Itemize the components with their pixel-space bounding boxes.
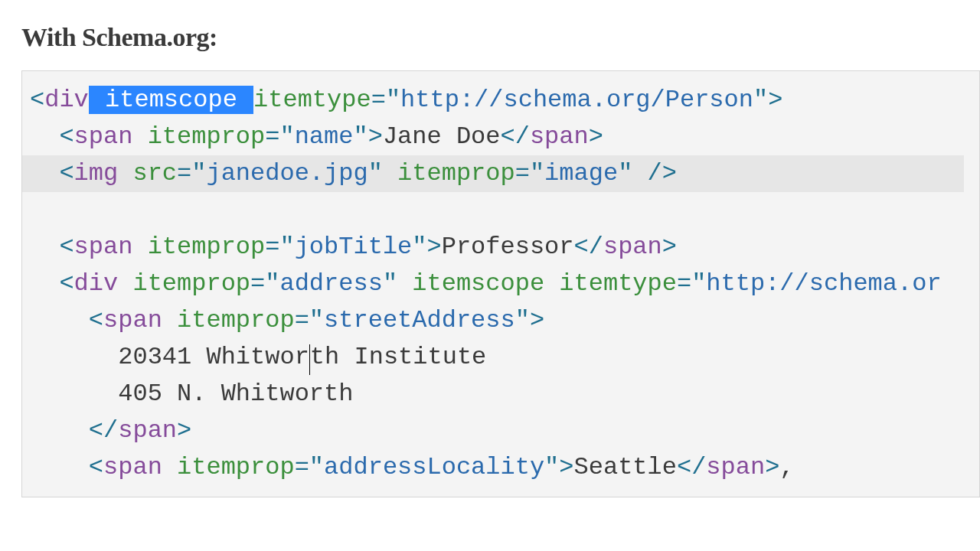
space [132, 233, 147, 261]
code-line-5[interactable]: <span itemprop="jobTitle">Professor</spa… [30, 233, 677, 261]
indent [30, 269, 59, 298]
space [118, 159, 132, 187]
tag: div [44, 86, 89, 114]
tag: span [530, 122, 589, 151]
attr: itemtype [559, 269, 677, 298]
punct: " [383, 269, 397, 298]
punct: =" [265, 122, 294, 151]
indent [30, 122, 59, 151]
attr: itemprop [397, 159, 515, 187]
punct: " [353, 122, 368, 151]
bracket: > [559, 453, 573, 481]
tag: img [74, 159, 119, 187]
bracket: > [589, 122, 603, 151]
bracket: > [662, 233, 677, 261]
bracket: </ [677, 453, 706, 481]
bracket: < [59, 122, 74, 151]
space [397, 269, 412, 298]
indent [30, 343, 118, 371]
text: , [779, 453, 794, 481]
tag: span [103, 306, 162, 334]
attr: itemprop [132, 269, 250, 298]
attr: itemprop [148, 122, 266, 151]
punct: " [368, 159, 383, 187]
attr: itemscope [412, 269, 544, 298]
punct: =" [295, 453, 324, 481]
value: name [295, 122, 354, 151]
value: janedoe.jpg [206, 159, 368, 187]
code-line-3-highlighted[interactable]: <img src="janedoe.jpg" itemprop="image" … [22, 155, 964, 192]
value: address [279, 269, 382, 298]
attr: itemprop [148, 233, 266, 261]
bracket: < [89, 306, 103, 334]
punct: =" [295, 306, 324, 334]
indent [30, 233, 59, 261]
bracket: < [59, 159, 74, 187]
space [383, 159, 397, 187]
bracket: > [530, 306, 544, 334]
value: streetAddress [324, 306, 515, 334]
punct: =" [265, 233, 294, 261]
code-block[interactable]: <div itemscope itemtype="http://schema.o… [21, 70, 980, 497]
text-cursor[interactable]: r [295, 343, 310, 371]
code-line-7[interactable]: <span itemprop="streetAddress"> [30, 306, 544, 334]
tag: div [74, 269, 119, 298]
code-line-9[interactable]: 405 N. Whitworth [30, 380, 353, 408]
bracket: /> [632, 159, 677, 187]
space [162, 453, 177, 481]
attr: itemprop [177, 453, 295, 481]
section-heading: With Schema.org: [0, 0, 980, 70]
punct: =" [677, 269, 706, 298]
text: 20341 Whitwo [118, 343, 294, 371]
bracket: </ [501, 122, 530, 151]
bracket: < [30, 86, 44, 114]
tag: span [603, 233, 662, 261]
bracket: > [765, 453, 779, 481]
punct: " [515, 306, 530, 334]
tag: span [74, 233, 133, 261]
value: jobTitle [295, 233, 413, 261]
indent [30, 380, 118, 408]
text: 405 N. Whitworth [118, 380, 353, 408]
space [162, 306, 177, 334]
code-line-11[interactable]: <span itemprop="addressLocality">Seattle… [30, 453, 795, 481]
text: Seattle [574, 453, 677, 481]
value: image [544, 159, 618, 187]
space [132, 122, 147, 151]
punct: " [618, 159, 632, 187]
value: addressLocality [324, 453, 544, 481]
attr: itemprop [177, 306, 295, 334]
punct: =" [515, 159, 544, 187]
bracket: > [426, 233, 441, 261]
space [118, 269, 132, 298]
code-line-8[interactable]: 20341 Whitworth Institute [30, 343, 486, 371]
code-line-6[interactable]: <div itemprop="address" itemscope itemty… [30, 269, 942, 298]
code-line-1[interactable]: <div itemscope itemtype="http://schema.o… [30, 86, 782, 114]
code-line-4-blank[interactable] [30, 196, 44, 224]
indent [30, 453, 89, 481]
text: th Institute [310, 343, 486, 371]
bracket: < [59, 233, 74, 261]
punct: =" [250, 269, 279, 298]
bracket: </ [89, 416, 118, 445]
code-line-2[interactable]: <span itemprop="name">Jane Doe</span> [30, 122, 603, 151]
tag: span [103, 453, 162, 481]
bracket: < [89, 453, 103, 481]
tag: span [74, 122, 133, 151]
code-line-10[interactable]: </span> [30, 416, 191, 445]
bracket: > [768, 86, 782, 114]
punct: " [544, 453, 559, 481]
text: Jane Doe [383, 122, 501, 151]
attr: src [132, 159, 177, 187]
tag: span [706, 453, 765, 481]
selected-text[interactable]: itemscope [89, 86, 253, 114]
bracket: > [177, 416, 191, 445]
bracket: </ [574, 233, 603, 261]
space [544, 269, 559, 298]
text: Professor [442, 233, 574, 261]
indent [30, 159, 59, 187]
attr: itemtype [253, 86, 371, 114]
punct: =" [177, 159, 206, 187]
bracket: < [59, 269, 74, 298]
punct: " [753, 86, 768, 114]
